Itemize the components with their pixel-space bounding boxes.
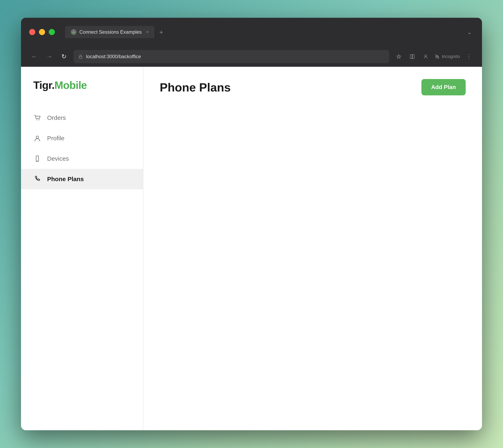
svg-rect-4 bbox=[412, 54, 414, 59]
refresh-button[interactable]: ↻ bbox=[59, 51, 69, 62]
toolbar-actions: Incognito ⋮ bbox=[394, 51, 474, 62]
profiles-icon[interactable] bbox=[421, 52, 430, 61]
add-plan-button[interactable]: Add Plan bbox=[421, 79, 466, 95]
incognito-label: Incognito bbox=[442, 54, 460, 59]
tab-favicon bbox=[71, 29, 77, 35]
menu-icon[interactable]: ⋮ bbox=[464, 51, 474, 62]
sidebar-item-orders-label: Orders bbox=[47, 114, 66, 121]
sidebar-item-devices[interactable]: Devices bbox=[21, 149, 143, 169]
browser-window: Connect Sessions Examples × + ⌄ ← → ↻ lo… bbox=[21, 18, 482, 430]
sidebar: Tigr.Mobile Orders bbox=[21, 67, 143, 430]
lock-icon bbox=[78, 54, 83, 59]
svg-point-9 bbox=[36, 119, 37, 120]
sidebar-item-devices-label: Devices bbox=[47, 155, 69, 162]
user-icon bbox=[33, 134, 41, 142]
traffic-lights bbox=[29, 29, 55, 35]
sidebar-item-profile[interactable]: Profile bbox=[21, 128, 143, 149]
svg-rect-3 bbox=[410, 54, 412, 59]
maximize-button[interactable] bbox=[49, 29, 55, 35]
browser-titlebar: Connect Sessions Examples × + ⌄ bbox=[21, 18, 482, 46]
svg-marker-2 bbox=[397, 54, 401, 58]
sidebar-item-profile-label: Profile bbox=[47, 135, 64, 142]
nav-menu: Orders Profile bbox=[21, 108, 143, 189]
active-tab[interactable]: Connect Sessions Examples × bbox=[65, 26, 154, 38]
cart-icon bbox=[33, 114, 41, 122]
phone-icon bbox=[33, 175, 41, 183]
page-header: Phone Plans Add Plan bbox=[160, 79, 466, 95]
browser-content: Tigr.Mobile Orders bbox=[21, 67, 482, 430]
incognito-indicator: Incognito bbox=[434, 54, 460, 59]
svg-point-11 bbox=[36, 136, 39, 138]
forward-button[interactable]: → bbox=[44, 51, 54, 62]
dropdown-icon[interactable]: ⌄ bbox=[465, 27, 474, 38]
tab-title: Connect Sessions Examples bbox=[79, 29, 141, 35]
back-button[interactable]: ← bbox=[29, 51, 39, 62]
svg-rect-1 bbox=[79, 56, 82, 58]
tab-close-button[interactable]: × bbox=[146, 29, 149, 35]
logo-mobile: Mobile bbox=[54, 79, 87, 91]
logo: Tigr.Mobile bbox=[21, 79, 143, 108]
browser-tabs: Connect Sessions Examples × + bbox=[65, 26, 461, 38]
minimize-button[interactable] bbox=[39, 29, 45, 35]
bookmark-icon[interactable] bbox=[394, 52, 404, 61]
svg-point-5 bbox=[425, 55, 426, 57]
sidebar-item-orders[interactable]: Orders bbox=[21, 108, 143, 128]
svg-marker-0 bbox=[72, 31, 75, 33]
address-bar[interactable]: localhost:3000/backoffice bbox=[73, 50, 389, 63]
main-content: Phone Plans Add Plan bbox=[143, 67, 482, 430]
url-display: localhost:3000/backoffice bbox=[86, 54, 141, 59]
sidebar-item-phone-plans[interactable]: Phone Plans bbox=[21, 169, 143, 189]
logo-tigr: Tigr. bbox=[33, 79, 54, 91]
app-container: Tigr.Mobile Orders bbox=[21, 67, 482, 430]
reader-mode-icon[interactable] bbox=[408, 52, 417, 61]
svg-point-10 bbox=[39, 119, 39, 120]
sidebar-item-phone-plans-label: Phone Plans bbox=[47, 176, 84, 183]
close-button[interactable] bbox=[29, 29, 35, 35]
page-title: Phone Plans bbox=[160, 81, 231, 94]
browser-toolbar: ← → ↻ localhost:3000/backoffice bbox=[21, 46, 482, 67]
device-icon bbox=[33, 155, 41, 163]
new-tab-button[interactable]: + bbox=[155, 27, 167, 38]
